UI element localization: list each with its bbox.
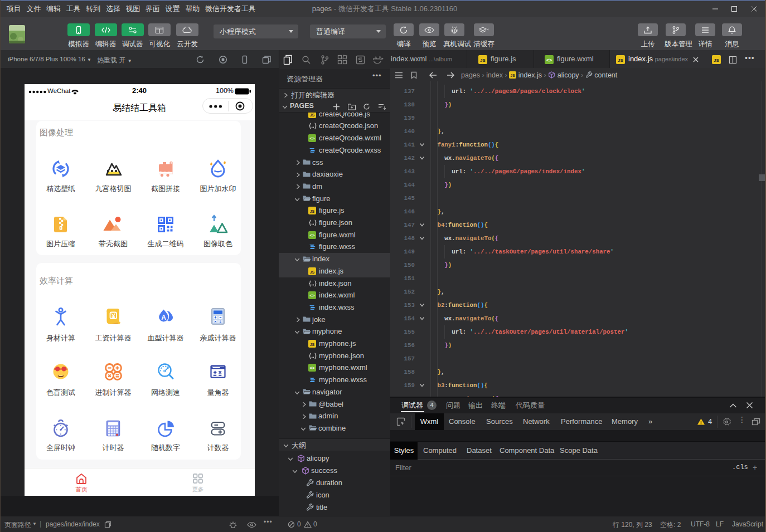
svg-text:JS: JS (310, 343, 315, 346)
svg-text:<>: <> (310, 136, 315, 141)
svg-text:JS: JS (511, 74, 516, 77)
svg-text:<>: <> (546, 57, 552, 63)
svg-text:JS: JS (310, 209, 315, 213)
svg-text:JS: JS (714, 58, 719, 63)
svg-text:<>: <> (310, 365, 315, 370)
svg-text:JS: JS (310, 113, 315, 116)
svg-text:JS: JS (618, 58, 623, 63)
svg-text:A: A (161, 313, 166, 321)
svg-text:<>: <> (310, 233, 315, 238)
svg-text:<>: <> (310, 293, 315, 298)
svg-text:JS: JS (310, 270, 315, 274)
svg-text:JS: JS (480, 58, 486, 63)
